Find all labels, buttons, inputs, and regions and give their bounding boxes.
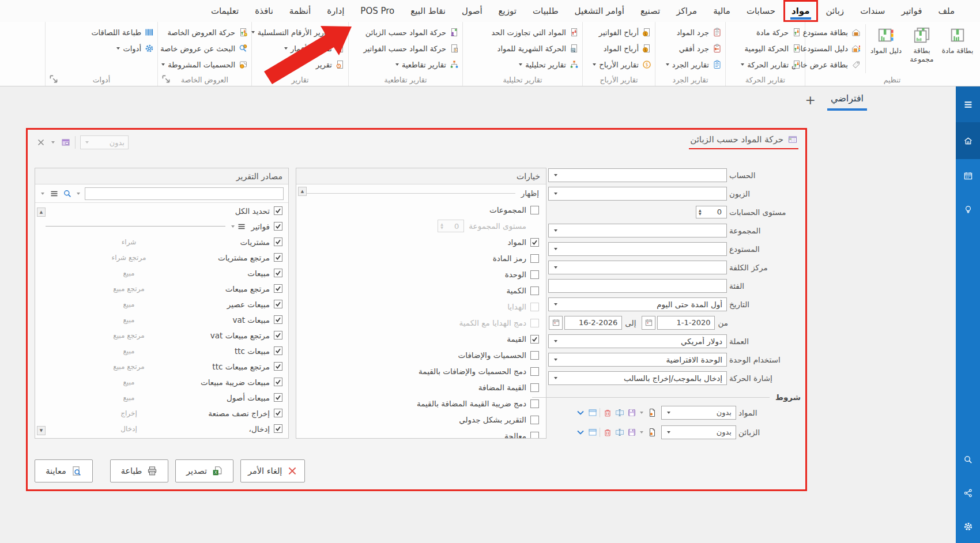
checkbox[interactable] — [530, 319, 539, 327]
menu-item-accounts[interactable]: حسابات — [738, 0, 783, 22]
sidebar-menu-button[interactable] — [956, 86, 980, 122]
ribbon-item[interactable]: حركة المواد حسب الزبائن — [361, 24, 459, 40]
calendar-button[interactable] — [549, 316, 563, 330]
account-select[interactable] — [548, 168, 727, 182]
checkbox[interactable] — [274, 393, 282, 402]
rename-condition-icon[interactable] — [615, 408, 624, 417]
ribbon-item[interactable]: $أرباح المواد — [591, 40, 651, 56]
menu-item-work-orders[interactable]: أوامر التشغيل — [567, 0, 632, 22]
menu-item-assets[interactable]: أصول — [454, 0, 491, 22]
view-tab-default[interactable]: افتراضي — [827, 89, 867, 111]
ribbon-item[interactable]: $أرباح الفواتير — [591, 24, 651, 40]
checkbox[interactable] — [274, 269, 282, 277]
ribbon-item[interactable]: جرد أفقي — [665, 40, 722, 56]
menu-icon[interactable] — [49, 188, 59, 198]
checkbox[interactable] — [530, 383, 539, 392]
checkbox[interactable] — [274, 253, 282, 262]
export-button[interactable]: Xتصدير — [175, 459, 233, 482]
checkbox[interactable] — [530, 286, 539, 295]
sources-filter-input[interactable] — [85, 187, 284, 200]
ribbon-item[interactable]: الحركة اليومية — [740, 40, 801, 56]
expand-condition-icon[interactable] — [575, 408, 585, 417]
checkbox[interactable] — [274, 222, 282, 231]
scroll-up-button[interactable]: ▲ — [37, 208, 46, 217]
ribbon-item[interactable]: البحث عن عروض خاصة — [159, 40, 248, 56]
new-condition-icon[interactable] — [647, 427, 657, 437]
group-select[interactable] — [548, 224, 727, 237]
menu-item-customers[interactable]: زبائن — [818, 0, 853, 22]
expand-condition-icon[interactable] — [575, 427, 585, 437]
menu-item-orders[interactable]: طلبيات — [525, 0, 567, 22]
menu-item-window[interactable]: نافذة — [247, 0, 281, 22]
menu-item-systems[interactable]: أنظمة — [281, 0, 319, 22]
category-input[interactable] — [548, 279, 727, 293]
menu-item-distribution[interactable]: توزيع — [491, 0, 525, 22]
menu-item-management[interactable]: إدارة — [319, 0, 352, 22]
currency-select[interactable]: دولار أمريكي — [548, 334, 727, 348]
date-select[interactable]: أول المدة حتى اليوم — [548, 297, 727, 311]
sidebar-share-button[interactable] — [956, 476, 980, 510]
menu-icon[interactable] — [237, 221, 247, 231]
ribbon-big-button[interactable]: بطاقة مادة — [940, 24, 975, 73]
ribbon-item[interactable]: حركة العروض الخاصة — [159, 24, 248, 40]
ribbon-item[interactable]: المواد التي تجاوزت الحد — [490, 24, 579, 40]
scroll-up-button[interactable]: ▲ — [298, 187, 307, 196]
checkbox[interactable] — [530, 270, 539, 279]
checkbox[interactable] — [274, 237, 282, 246]
menu-item-bonds[interactable]: سندات — [852, 0, 893, 22]
checkbox[interactable] — [274, 362, 282, 371]
ribbon-item[interactable]: طباعة اللصاقات — [89, 24, 154, 40]
ribbon-item[interactable]: جرد المواد — [665, 24, 722, 40]
cost-center-select[interactable] — [548, 261, 727, 274]
ribbon-item[interactable]: حركة مادة — [740, 24, 801, 40]
ribbon-item[interactable]: $تقارير الأرباح — [591, 56, 651, 73]
add-view-tab-button[interactable]: + — [802, 93, 817, 111]
accounts-level-spinner[interactable]: ▲▼0 — [696, 206, 727, 218]
checkbox[interactable] — [274, 206, 282, 215]
date-to-field[interactable]: 16-2-2026 — [564, 316, 622, 330]
customer-select[interactable] — [548, 187, 727, 201]
menu-item-manufacture[interactable]: تصنيع — [632, 0, 668, 22]
unit-usage-select[interactable]: الوحدة الافتراضية — [548, 353, 727, 367]
checkbox[interactable] — [274, 315, 282, 324]
checkbox[interactable] — [274, 346, 282, 355]
preview-button[interactable]: معاينة — [35, 459, 93, 482]
ribbon-big-button[interactable]: بطاقة مجموعة — [904, 24, 940, 73]
condition-select[interactable]: بدون — [661, 425, 736, 439]
ribbon-item[interactable]: تقارير الأعمار — [250, 40, 345, 56]
movement-sign-select[interactable]: إدخال بالموجب/إخراج بالسالب — [548, 371, 727, 385]
ribbon-item[interactable]: الحركة الشهرية للمواد — [490, 40, 579, 56]
ribbon-item[interactable]: تقرير — [250, 56, 345, 73]
menu-item-pos[interactable]: نقاط البيع — [402, 0, 454, 22]
ribbon-item[interactable]: تقارير تحليلية — [490, 56, 579, 73]
close-icon[interactable] — [36, 138, 46, 148]
dialog-launcher-icon[interactable] — [48, 74, 58, 84]
ribbon-item[interactable]: أدوات — [89, 40, 154, 56]
ribbon-big-button[interactable]: دليل المواد — [868, 24, 904, 73]
checkbox[interactable] — [274, 331, 282, 340]
checkbox[interactable] — [530, 351, 539, 360]
warehouse-select[interactable] — [548, 242, 727, 256]
ribbon-item[interactable]: تقارير الأرقام التسلسلية — [250, 24, 345, 40]
new-condition-icon[interactable] — [647, 408, 657, 417]
delete-condition-icon[interactable] — [602, 408, 612, 417]
save-condition-icon[interactable] — [627, 427, 636, 437]
checkbox[interactable] — [530, 254, 539, 263]
checkbox[interactable] — [530, 367, 539, 376]
sidebar-idea-button[interactable] — [956, 193, 980, 226]
print-button[interactable]: طباعة — [110, 459, 168, 482]
sidebar-settings-button[interactable] — [956, 510, 980, 543]
rename-condition-icon[interactable] — [615, 427, 624, 437]
condition-window-icon[interactable] — [587, 408, 597, 417]
sidebar-calendar-button[interactable] — [956, 159, 980, 193]
checkbox[interactable] — [530, 303, 539, 311]
ribbon-item[interactable]: $حركة المواد حسب الفواتير — [361, 40, 459, 56]
group-level-spinner[interactable]: ▲▼0 — [438, 220, 464, 232]
search-icon[interactable] — [62, 188, 72, 198]
ribbon-item[interactable]: تقارير تقاطعية — [361, 56, 459, 73]
sidebar-search-button[interactable] — [956, 443, 980, 476]
save-condition-icon[interactable] — [627, 408, 636, 417]
calendar-button[interactable] — [642, 316, 655, 330]
report-template-icon[interactable] — [61, 138, 70, 148]
menu-item-centers[interactable]: مراكز — [668, 0, 705, 22]
